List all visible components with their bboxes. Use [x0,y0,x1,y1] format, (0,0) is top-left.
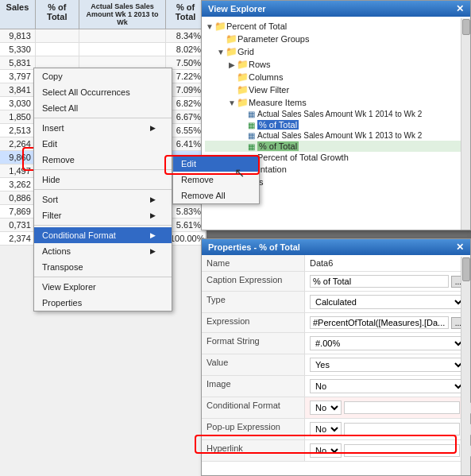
menu-item-insert[interactable]: Insert ▶ [34,120,172,136]
prop-input-conditional-format[interactable] [344,401,460,414]
separator-5 [34,277,172,277]
menu-item-view-explorer[interactable]: View Explorer [34,279,172,295]
prop-value-popup: No ... [305,419,471,439]
tree-label-actual-sales-2013: Actual Sales Sales Amount Wk 1 2013 to W… [257,131,422,140]
folder-icon-measure-items: 📁 [237,97,249,108]
menu-item-sort[interactable]: Sort ▶ [34,192,172,207]
prop-input-popup[interactable] [344,423,460,435]
prop-row-hyperlink: Hyperlink No ... [202,440,470,462]
prop-label-format: Format String [202,333,305,354]
menu-arrow-filter: ▶ [150,211,156,219]
prop-input-expression[interactable] [310,316,449,329]
menu-item-copy[interactable]: Copy [34,68,172,84]
measure-icon-actual-sales-2014: ▦ [248,110,255,118]
prop-value-conditional-format: No ... [305,397,471,418]
properties-panel: Properties - % of Total ✕ Name Data6 Cap… [201,238,471,476]
prop-value-expression: ... [305,313,470,332]
submenu-item-edit[interactable]: Edit [173,156,259,172]
tree-node-percent-of-total[interactable]: ▼ 📁 Percent of Total [205,20,467,33]
table-header: Sales % of Total Actual Sales Sales Amou… [0,0,206,29]
prop-select-hyperlink[interactable]: No [310,443,342,458]
view-explorer-title: View Explorer [208,4,266,14]
menu-item-actions[interactable]: Actions ▶ [34,243,172,259]
prop-label-hyperlink: Hyperlink [202,440,305,461]
prop-input-hyperlink[interactable] [344,444,460,457]
prop-row-popup: Pop-up Expression No ... [202,419,470,440]
tree-node-measure-items[interactable]: ▼ 📁 Measure Items [205,96,467,109]
tree-node-grid[interactable]: ▼ 📁 Grid [205,45,467,58]
menu-item-select-all-occurrences[interactable]: Select All Occurrences [34,84,172,100]
tree-node-percent-total-2[interactable]: ▦ % of Total [205,141,467,152]
view-explorer-scroll-thumb[interactable] [462,19,470,35]
measure-icon-actual-sales-2013: ▦ [248,131,255,140]
menu-item-filter-label: Filter [42,211,61,220]
tree-node-parameter-groups[interactable]: 📁 Parameter Groups [205,33,467,45]
prop-row-image: Image No [202,376,470,397]
prop-input-caption[interactable] [310,275,449,288]
prop-row-conditional-format: Conditional Format No ... [202,397,470,419]
menu-item-copy-label: Copy [42,72,63,81]
tree-toggle-grid[interactable]: ▼ [216,48,226,56]
menu-item-select-all-occurrences-label: Select All Occurrences [42,87,130,97]
view-explorer-scrollbar[interactable] [461,18,470,230]
properties-scrollbar[interactable] [461,257,470,475]
menu-item-remove[interactable]: Remove [34,152,172,168]
prop-row-name: Name Data6 [202,255,470,272]
prop-row-value: Value Yes [202,354,470,376]
prop-select-image[interactable]: No [310,379,465,393]
tree-node-percent-total-1[interactable]: ▦ % of Total [205,119,467,130]
measure-icon-percent-total-1: ▦ [248,121,255,130]
menu-arrow-conditional-format: ▶ [150,231,156,239]
menu-item-hide[interactable]: Hide [34,172,172,188]
menu-item-conditional-format-label: Conditional Format [42,230,116,240]
tree-label-actual-sales-2014: Actual Sales Sales Amount Wk 1 2014 to W… [257,110,422,118]
tree-node-view-filter[interactable]: 📁 View Filter [205,83,467,96]
menu-item-filter[interactable]: Filter ▶ [34,207,172,223]
view-explorer-title-bar: View Explorer ✕ [202,1,470,17]
tree-node-rows[interactable]: ▶ 📁 Rows [205,58,467,71]
tree-toggle-measure-items[interactable]: ▼ [227,99,237,107]
tree-toggle-percent-of-total[interactable]: ▼ [205,22,214,31]
menu-item-properties-label: Properties [42,298,82,308]
menu-item-properties[interactable]: Properties [34,295,172,311]
separator-1 [34,118,172,118]
properties-title-bar: Properties - % of Total ✕ [202,239,470,255]
submenu-item-remove-all[interactable]: Remove All [173,188,259,203]
prop-label-caption: Caption Expression [202,272,305,291]
tree-node-actual-sales-2013[interactable]: ▦ Actual Sales Sales Amount Wk 1 2013 to… [205,130,467,141]
prop-select-conditional-format[interactable]: No [310,401,342,415]
properties-scroll-thumb[interactable] [462,257,470,281]
menu-item-select-all-label: Select All [42,103,78,113]
prop-value-image: No [305,376,470,397]
prop-select-value[interactable]: Yes [310,358,465,372]
tree-toggle-rows[interactable]: ▶ [227,60,237,69]
tree-label-measure-items: Measure Items [249,98,307,107]
separator-2 [34,169,172,170]
tree-label-grid: Grid [237,47,254,56]
menu-item-actions-label: Actions [42,246,71,256]
prop-select-popup[interactable]: No [310,422,342,436]
properties-close[interactable]: ✕ [456,242,464,253]
prop-select-type[interactable]: Calculated [310,295,465,309]
folder-icon-rows: 📁 [237,59,249,70]
prop-label-conditional-format: Conditional Format [202,397,305,418]
menu-item-select-all[interactable]: Select All [34,100,172,116]
prop-row-format: Format String #.00% [202,333,470,354]
menu-item-edit[interactable]: Edit [34,136,172,152]
prop-label-popup: Pop-up Expression [202,419,305,439]
view-explorer-close[interactable]: ✕ [456,3,464,14]
menu-item-conditional-format[interactable]: Conditional Format ▶ [34,227,172,243]
menu-item-hide-label: Hide [42,175,60,184]
menu-item-transpose[interactable]: Transpose [34,259,172,275]
tree-label-percent-total-2: % of Total [257,141,299,151]
tree-label-rows: Rows [249,60,271,69]
col4-header: % of Total [166,0,206,29]
prop-select-format[interactable]: #.00% [310,336,465,350]
col2-header: % of Total [36,0,79,29]
tree-node-columns[interactable]: 📁 Columns [205,71,467,83]
menu-item-remove-label: Remove [42,155,75,164]
tree-node-actual-sales-2014[interactable]: ▦ Actual Sales Sales Amount Wk 1 2014 to… [205,109,467,119]
prop-label-name: Name [202,255,305,271]
submenu-item-remove[interactable]: Remove [173,172,259,188]
conditional-format-submenu: Edit Remove Remove All [172,155,260,204]
